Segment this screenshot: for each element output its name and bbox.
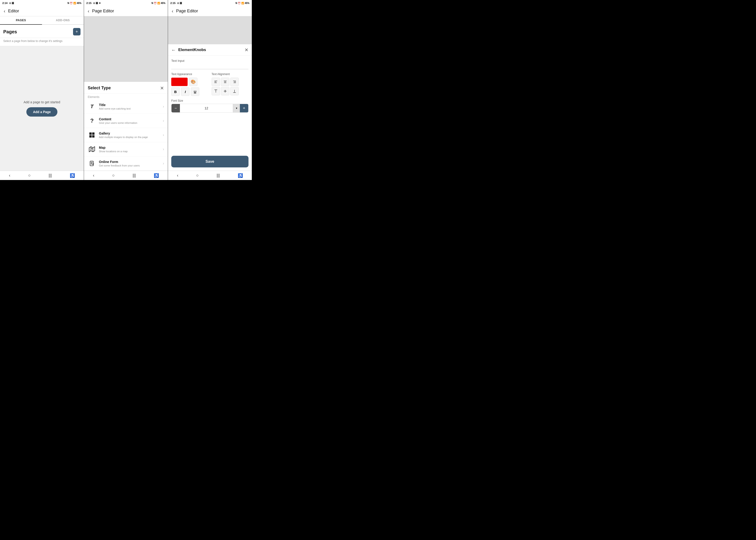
gallery-icon — [88, 131, 96, 139]
wifi-icon-1: N ⏰ 📶 — [68, 2, 76, 4]
nav-accessibility-2[interactable]: ♿ — [150, 172, 163, 180]
bold-button[interactable]: B — [171, 87, 180, 96]
font-size-group: Font Size − 12 ▾ + — [171, 99, 249, 113]
knobs-body: Text Input Text Appearance 🎨 B I U — [168, 56, 252, 171]
pages-heading: Pages — [3, 29, 17, 35]
color-row: 🎨 — [171, 78, 208, 86]
icons-3: ⊙ 🖼 — [177, 2, 182, 4]
underline-button[interactable]: U — [191, 87, 199, 96]
chevron-onlineform: › — [163, 161, 164, 166]
wifi-icon-3: N ⏰ 📶 — [236, 2, 244, 4]
element-knobs-sheet: ← ElementKnobs ✕ Text Input Text Appeara… — [168, 44, 252, 171]
knobs-close-btn[interactable]: ✕ — [245, 47, 249, 53]
app-title-2: Page Editor — [92, 9, 114, 14]
battery-1: 45% — [77, 2, 82, 4]
text-alignment-label: Text Alignment — [212, 72, 249, 76]
type-desc-onlineform: Get some feedback from your users — [99, 164, 163, 167]
app-title-1: Editor — [8, 9, 19, 14]
map-icon — [88, 145, 96, 153]
text-input-label: Text Input — [171, 59, 249, 63]
type-item-gallery[interactable]: Gallery Add multiple images to display o… — [84, 128, 168, 142]
time-2: 2:15 — [86, 2, 92, 4]
add-a-page-button[interactable]: Add a Page — [26, 107, 57, 117]
nav-back-2[interactable]: ‹ — [89, 172, 98, 179]
alignment-grid — [212, 78, 249, 95]
status-bar-2: 2:15 ⊙ 🖼 ☀ N ⏰ 📶 45% — [84, 0, 168, 6]
type-desc-map: Show locations on a map — [99, 150, 163, 153]
knobs-header: ← ElementKnobs ✕ — [168, 44, 252, 56]
type-name-map: Map — [99, 146, 163, 149]
font-size-label: Font Size — [171, 99, 249, 102]
tab-pages[interactable]: PAGES — [0, 16, 42, 25]
type-item-content[interactable]: ? Content Give your users some informati… — [84, 114, 168, 128]
app-title-3: Page Editor — [176, 9, 198, 14]
back-button-1[interactable]: ‹ — [3, 7, 6, 15]
knobs-back-btn[interactable]: ← — [171, 47, 176, 53]
nav-accessibility-1[interactable]: ♿ — [66, 172, 79, 180]
nav-home-1[interactable]: ○ — [25, 172, 35, 179]
font-size-minus-btn[interactable]: − — [171, 104, 180, 112]
svg-point-3 — [92, 148, 93, 149]
sheet-section-label: Elements — [84, 93, 168, 99]
chevron-map: › — [163, 147, 164, 151]
back-button-3[interactable]: ‹ — [171, 7, 174, 15]
icons-2: ⊙ 🖼 ☀ — [93, 2, 101, 4]
align-bottom-btn[interactable] — [230, 87, 239, 95]
type-desc-content: Give your users some information — [99, 121, 163, 124]
chevron-content: › — [163, 119, 164, 123]
nav-home-2[interactable]: ○ — [108, 172, 118, 179]
title-icon: T — [88, 102, 96, 111]
type-name-title: Title — [99, 103, 163, 107]
align-center-btn[interactable] — [221, 78, 229, 86]
time-3: 2:15 — [170, 2, 175, 4]
sheet-title: Select Type — [88, 85, 111, 90]
nav-accessibility-3[interactable]: ♿ — [234, 172, 247, 180]
panel-page-editor: 2:15 ⊙ 🖼 ☀ N ⏰ 📶 45% ‹ Page Editor Selec… — [84, 0, 168, 180]
nav-recents-2[interactable]: ||| — [129, 172, 139, 179]
type-item-onlineform[interactable]: Online Form Get some feedback from your … — [84, 157, 168, 171]
align-middle-btn[interactable] — [221, 87, 229, 95]
nav-back-3[interactable]: ‹ — [173, 172, 182, 179]
palette-button[interactable]: 🎨 — [189, 78, 197, 86]
text-input-field[interactable] — [171, 64, 249, 69]
sheet-close-btn[interactable]: ✕ — [160, 86, 164, 90]
app-bar-3: ‹ Page Editor — [168, 6, 252, 16]
nav-home-3[interactable]: ○ — [193, 172, 203, 179]
chevron-gallery: › — [163, 133, 164, 137]
add-page-icon-btn[interactable]: + — [73, 28, 81, 36]
tab-addons[interactable]: ADD-ONS — [42, 16, 84, 25]
nav-recents-1[interactable]: ||| — [45, 172, 56, 179]
preview-area-2 — [84, 16, 168, 82]
font-size-plus-btn[interactable]: + — [240, 104, 248, 112]
color-swatch[interactable] — [171, 78, 188, 86]
align-right-btn[interactable] — [230, 78, 239, 86]
type-item-title[interactable]: T Title Add some eye-catching text › — [84, 99, 168, 114]
status-left-1: 2:14 ⊙ 🖼 — [2, 2, 14, 4]
text-alignment-col: Text Alignment — [212, 72, 249, 96]
back-button-2[interactable]: ‹ — [87, 7, 90, 15]
select-type-sheet: Select Type ✕ Elements T Title Add some … — [84, 82, 168, 171]
type-name-onlineform: Online Form — [99, 160, 163, 164]
status-bar-1: 2:14 ⊙ 🖼 N ⏰ 📶 45% — [0, 0, 84, 6]
nav-recents-3[interactable]: ||| — [213, 172, 224, 179]
battery-3: 45% — [245, 2, 250, 4]
font-size-dropdown-btn[interactable]: ▾ — [233, 104, 240, 112]
text-appearance-col: Text Appearance 🎨 B I U — [171, 72, 208, 96]
nav-back-1[interactable]: ‹ — [5, 172, 14, 179]
preview-area-3 — [168, 16, 252, 44]
content-icon: ? — [88, 117, 96, 125]
empty-state-text: Add a page to get started — [24, 100, 60, 104]
sheet-header: Select Type ✕ — [84, 82, 168, 93]
align-left-btn[interactable] — [212, 78, 220, 86]
panel-editor: 2:14 ⊙ 🖼 N ⏰ 📶 45% ‹ Editor PAGES ADD-ON… — [0, 0, 84, 180]
italic-button[interactable]: I — [181, 87, 189, 96]
save-button[interactable]: Save — [171, 156, 249, 167]
app-bar-1: ‹ Editor — [0, 6, 84, 16]
pages-section: Pages + — [0, 25, 84, 38]
type-name-content: Content — [99, 117, 163, 121]
align-top-btn[interactable] — [212, 87, 220, 95]
type-item-map[interactable]: Map Show locations on a map › — [84, 142, 168, 157]
time-1: 2:14 — [2, 2, 7, 4]
text-input-group: Text Input — [171, 59, 249, 69]
app-bar-2: ‹ Page Editor — [84, 6, 168, 16]
